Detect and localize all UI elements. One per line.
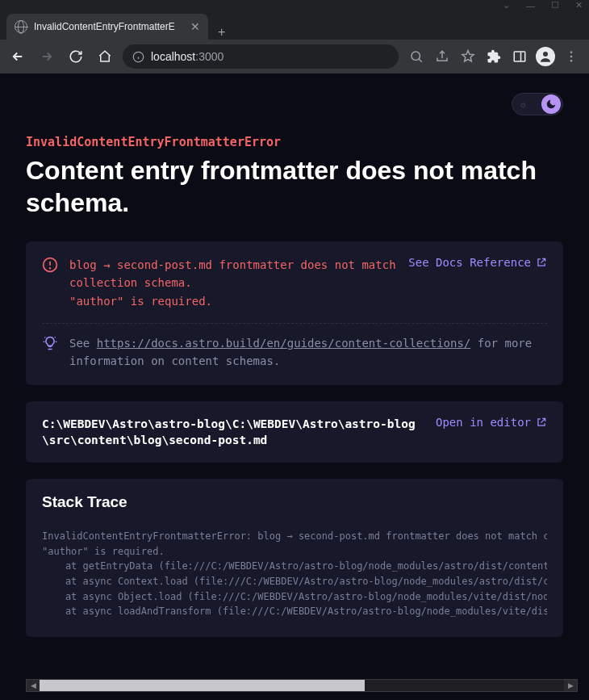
globe-icon xyxy=(15,20,27,33)
file-path: C:\WEBDEV\Astro\astro-blog\C:\WEBDEV\Ast… xyxy=(42,416,423,449)
extensions-icon[interactable] xyxy=(482,45,505,68)
panel-icon[interactable] xyxy=(508,45,531,68)
share-icon[interactable] xyxy=(431,45,453,68)
svg-line-16 xyxy=(44,337,45,338)
page-content: ☼ InvalidContentEntryFrontmatterError Co… xyxy=(0,73,589,700)
window-maximize-button[interactable]: ☐ xyxy=(551,0,559,10)
svg-point-3 xyxy=(411,52,420,61)
window-titlebar: ⌄ — ☐ ✕ xyxy=(0,0,589,10)
svg-point-10 xyxy=(570,60,573,62)
moon-icon xyxy=(545,99,557,110)
scrollbar-thumb[interactable] xyxy=(40,680,365,691)
sun-icon: ☼ xyxy=(519,99,527,109)
error-hint: See https://docs.astro.build/en/guides/c… xyxy=(69,335,547,370)
lightbulb-icon xyxy=(42,335,58,351)
browser-tab-active[interactable]: InvalidContentEntryFrontmatterE ✕ xyxy=(6,14,208,40)
window-chevron-icon: ⌄ xyxy=(503,0,510,10)
svg-point-8 xyxy=(570,51,573,53)
svg-point-9 xyxy=(570,56,573,58)
tab-title: InvalidContentEntryFrontmatterE xyxy=(34,21,184,32)
svg-rect-5 xyxy=(514,52,525,61)
svg-line-17 xyxy=(55,337,56,338)
stack-trace-title: Stack Trace xyxy=(42,493,547,511)
tab-close-button[interactable]: ✕ xyxy=(190,20,200,33)
browser-tab-bar: InvalidContentEntryFrontmatterE ✕ + xyxy=(0,10,589,40)
browser-toolbar: localhost:3000 xyxy=(0,40,589,73)
profile-avatar[interactable] xyxy=(534,45,557,68)
stack-trace-content: InvalidContentEntryFrontmatterError: blo… xyxy=(42,529,547,619)
hint-docs-link[interactable]: https://docs.astro.build/en/guides/conte… xyxy=(97,337,471,350)
window-close-button[interactable]: ✕ xyxy=(575,0,583,10)
zoom-icon[interactable] xyxy=(405,45,428,68)
error-panel: blog → second-post.md frontmatter does n… xyxy=(26,241,563,385)
open-in-editor-link[interactable]: Open in editor xyxy=(436,416,547,429)
home-button[interactable] xyxy=(94,45,116,68)
stack-trace-panel: Stack Trace InvalidContentEntryFrontmatt… xyxy=(26,479,563,637)
svg-point-7 xyxy=(543,52,548,57)
browser-menu-button[interactable] xyxy=(560,45,583,68)
back-button[interactable] xyxy=(6,45,29,68)
new-tab-button[interactable]: + xyxy=(208,25,235,40)
info-icon xyxy=(132,51,144,63)
panel-divider xyxy=(42,323,547,324)
error-title: Content entry frontmatter does not match… xyxy=(26,154,563,219)
docs-reference-link[interactable]: See Docs Reference xyxy=(408,256,547,269)
error-type: InvalidContentEntryFrontmatterError xyxy=(26,135,563,149)
window-minimize-button[interactable]: — xyxy=(526,1,535,10)
external-link-icon xyxy=(536,417,547,428)
theme-toggle-knob xyxy=(541,94,561,114)
forward-button[interactable] xyxy=(36,45,58,68)
bookmark-star-icon[interactable] xyxy=(457,45,479,68)
error-message: blog → second-post.md frontmatter does n… xyxy=(69,256,397,310)
theme-toggle[interactable]: ☼ xyxy=(512,93,563,115)
alert-circle-icon xyxy=(42,257,58,273)
horizontal-scrollbar[interactable]: ◀ ▶ xyxy=(26,679,578,692)
external-link-icon xyxy=(536,257,547,268)
svg-line-4 xyxy=(419,59,422,62)
url-bar[interactable]: localhost:3000 xyxy=(123,44,399,69)
scroll-right-arrow[interactable]: ▶ xyxy=(564,680,577,691)
url-text: localhost:3000 xyxy=(151,50,223,63)
file-panel: C:\WEBDEV\Astro\astro-blog\C:\WEBDEV\Ast… xyxy=(26,401,563,463)
svg-point-13 xyxy=(50,268,51,269)
scrollbar-track[interactable] xyxy=(40,680,564,691)
reload-button[interactable] xyxy=(65,45,87,68)
scroll-left-arrow[interactable]: ◀ xyxy=(27,680,40,691)
